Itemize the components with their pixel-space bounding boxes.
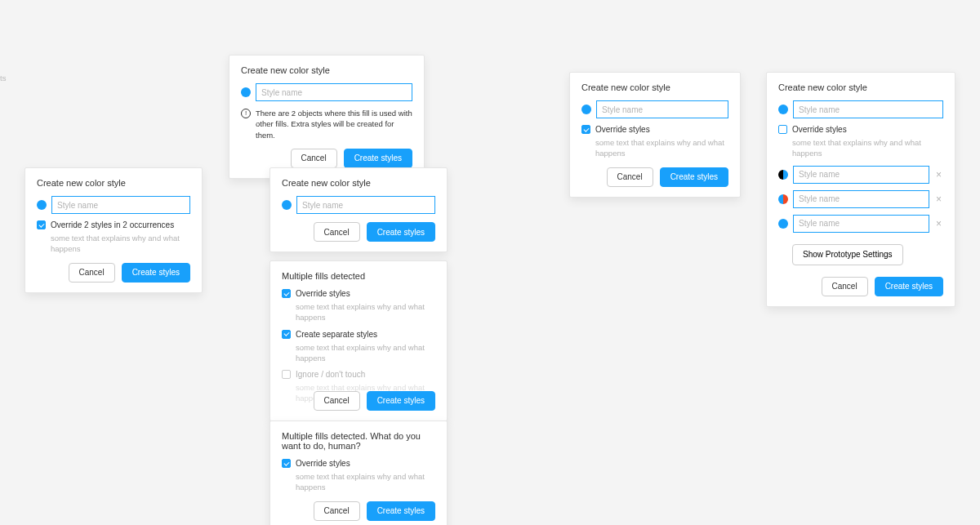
color-swatch: [37, 200, 47, 210]
show-prototype-settings-button[interactable]: Show Prototype Settings: [792, 244, 903, 265]
style-name-input[interactable]: [793, 100, 943, 118]
style-name-input[interactable]: [596, 100, 728, 118]
create-styles-button[interactable]: Create styles: [660, 167, 728, 187]
checkbox-override-label: Override 2 styles in 2 occurrences: [51, 220, 174, 229]
style-name-input[interactable]: [51, 196, 190, 214]
create-styles-button[interactable]: Create styles: [344, 149, 412, 168]
cancel-button[interactable]: Cancel: [607, 167, 653, 187]
help-text: some text that explains why and what hap…: [296, 301, 435, 323]
checkbox-ignore[interactable]: [282, 370, 291, 379]
color-swatch: [581, 105, 591, 114]
create-styles-button[interactable]: Create styles: [367, 501, 435, 521]
create-styles-button[interactable]: Create styles: [122, 263, 190, 283]
checkbox-ignore-label: Ignore / don't touch: [296, 370, 365, 379]
dialog-title: Create new color style: [37, 178, 190, 188]
checkbox-override[interactable]: [778, 125, 787, 134]
color-swatch: [282, 200, 292, 210]
style-name-input[interactable]: [793, 215, 929, 233]
cancel-button[interactable]: Cancel: [69, 263, 115, 283]
info-icon: !: [241, 109, 251, 118]
color-swatch: [241, 87, 251, 97]
style-name-input[interactable]: [256, 83, 412, 101]
dialog-create-multi-styles: Create new color style Override styles s…: [766, 72, 956, 307]
checkbox-override[interactable]: [37, 220, 46, 229]
cancel-button[interactable]: Cancel: [314, 222, 360, 242]
close-icon[interactable]: ×: [934, 219, 943, 229]
help-text: some text that explains why and what hap…: [296, 471, 435, 493]
dialog-multiple-fills-human: Multiple fills detected. What do you wan…: [270, 420, 448, 525]
help-text: some text that explains why and what hap…: [792, 137, 943, 159]
dialog-title: Create new color style: [778, 82, 943, 92]
style-name-input[interactable]: [793, 166, 929, 184]
create-styles-button[interactable]: Create styles: [875, 277, 943, 296]
dialog-title: Multiple fills detected. What do you wan…: [282, 431, 435, 451]
help-text: some text that explains why and what hap…: [595, 137, 728, 159]
checkbox-override[interactable]: [282, 459, 291, 468]
create-styles-button[interactable]: Create styles: [367, 222, 435, 242]
info-text: There are 2 objects where this fill is u…: [256, 108, 412, 140]
checkbox-override-label: Override styles: [792, 125, 847, 134]
checkbox-override[interactable]: [282, 289, 291, 298]
help-text: some text that explains why and what hap…: [51, 233, 190, 255]
dialog-create-override: Create new color style Override styles s…: [569, 72, 741, 198]
style-name-input[interactable]: [296, 196, 435, 214]
checkbox-override-label: Override styles: [595, 125, 650, 134]
create-styles-button[interactable]: Create styles: [367, 391, 435, 411]
cancel-button[interactable]: Cancel: [314, 501, 360, 521]
style-name-input[interactable]: [793, 190, 929, 208]
color-swatch-multi: [778, 170, 788, 180]
checkbox-override-label: Override styles: [296, 289, 350, 298]
dialog-create-override-occurrences: Create new color style Override 2 styles…: [24, 167, 203, 293]
checkbox-separate[interactable]: [282, 330, 291, 339]
color-swatch-multi: [778, 194, 788, 204]
dialog-title: Create new color style: [241, 65, 412, 75]
help-text: some text that explains why and what hap…: [296, 342, 435, 364]
checkbox-separate-label: Create separate styles: [296, 330, 377, 339]
dialog-title: Multiple fills detected: [282, 271, 435, 281]
dialog-multiple-fills: Multiple fills detected Override styles …: [270, 260, 448, 421]
color-swatch: [778, 219, 788, 229]
close-icon[interactable]: ×: [934, 194, 943, 204]
cancel-button[interactable]: Cancel: [314, 391, 360, 411]
color-swatch: [778, 105, 788, 114]
dialog-title: Create new color style: [282, 178, 435, 188]
cancel-button[interactable]: Cancel: [822, 277, 868, 296]
checkbox-override[interactable]: [581, 125, 590, 134]
cancel-button[interactable]: Cancel: [291, 149, 337, 168]
dialog-title: Create new color style: [581, 82, 728, 92]
dialog-create-simple: Create new color style Cancel Create sty…: [270, 167, 448, 252]
close-icon[interactable]: ×: [934, 170, 943, 180]
edge-cut-text: ts: [0, 73, 6, 82]
dialog-create-info: Create new color style ! There are 2 obj…: [229, 55, 425, 179]
checkbox-override-label: Override styles: [296, 459, 350, 468]
